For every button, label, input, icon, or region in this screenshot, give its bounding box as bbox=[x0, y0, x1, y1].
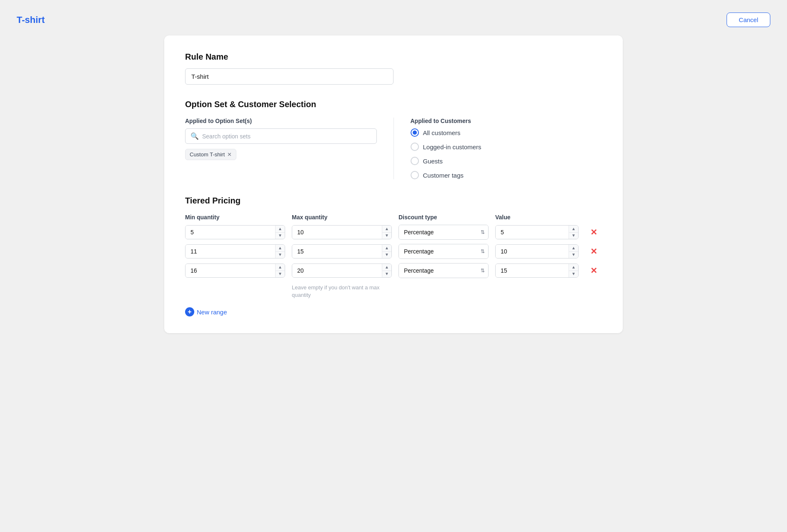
radio-all-customers[interactable]: All customers bbox=[411, 128, 602, 137]
cancel-button[interactable]: Cancel bbox=[727, 13, 770, 27]
pricing-header: Min quantity Max quantity Discount type … bbox=[185, 214, 602, 221]
col-max-qty: Max quantity bbox=[292, 214, 392, 221]
applied-to-customers-label: Applied to Customers bbox=[411, 118, 602, 124]
min-qty-input-1[interactable] bbox=[185, 226, 275, 239]
option-set-left: Applied to Option Set(s) 🔍 Custom T-shir… bbox=[185, 118, 377, 179]
table-row: ▲ ▼ ▲ ▼ Percentage Fixed amount bbox=[185, 263, 602, 278]
tag-remove-button[interactable]: ✕ bbox=[227, 152, 232, 157]
option-set-section: Option Set & Customer Selection Applied … bbox=[185, 100, 602, 179]
delete-row-3[interactable]: ✕ bbox=[585, 266, 602, 276]
radio-circle-logged-in bbox=[411, 143, 419, 151]
value-spinner-1: ▲ ▼ bbox=[569, 226, 578, 239]
search-option-sets-box: 🔍 bbox=[185, 128, 377, 144]
max-qty-up-1[interactable]: ▲ bbox=[382, 226, 391, 233]
max-qty-input-wrap-3: ▲ ▼ bbox=[292, 263, 392, 278]
table-row: ▲ ▼ ▲ ▼ Percentage Fixed amount bbox=[185, 225, 602, 240]
max-qty-hint: Leave empty if you don't want a max quan… bbox=[292, 284, 392, 299]
rule-name-section: Rule Name bbox=[185, 52, 602, 85]
radio-label-customer-tags: Customer tags bbox=[423, 172, 464, 179]
min-qty-down-1[interactable]: ▼ bbox=[276, 233, 285, 239]
value-spinner-2: ▲ ▼ bbox=[569, 245, 578, 258]
value-down-2[interactable]: ▼ bbox=[569, 252, 578, 258]
min-qty-spinner-2: ▲ ▼ bbox=[275, 245, 285, 258]
min-qty-down-3[interactable]: ▼ bbox=[276, 271, 285, 278]
tiered-pricing-section: Tiered Pricing Min quantity Max quantity… bbox=[185, 196, 602, 316]
plus-icon: + bbox=[185, 307, 194, 316]
discount-type-select-1[interactable]: Percentage Fixed amount bbox=[399, 225, 488, 239]
max-qty-up-2[interactable]: ▲ bbox=[382, 245, 391, 252]
value-down-1[interactable]: ▼ bbox=[569, 233, 578, 239]
col-min-qty: Min quantity bbox=[185, 214, 285, 221]
rule-name-title: Rule Name bbox=[185, 52, 602, 62]
max-qty-down-1[interactable]: ▼ bbox=[382, 233, 391, 239]
tiered-pricing-title: Tiered Pricing bbox=[185, 196, 602, 206]
min-qty-input-2[interactable] bbox=[185, 245, 275, 258]
value-down-3[interactable]: ▼ bbox=[569, 271, 578, 278]
min-qty-down-2[interactable]: ▼ bbox=[276, 252, 285, 258]
radio-customer-tags[interactable]: Customer tags bbox=[411, 171, 602, 179]
max-qty-spinner-3: ▲ ▼ bbox=[382, 264, 391, 277]
page-title: T-shirt bbox=[17, 15, 45, 25]
table-row: ▲ ▼ ▲ ▼ Percentage Fixed amount bbox=[185, 244, 602, 259]
option-set-right: Applied to Customers All customers Logge… bbox=[394, 118, 602, 179]
radio-logged-in-customers[interactable]: Logged-in customers bbox=[411, 143, 602, 151]
discount-type-select-wrap-2: Percentage Fixed amount ⇅ bbox=[399, 244, 489, 259]
max-qty-input-wrap-2: ▲ ▼ bbox=[292, 244, 392, 258]
value-input-wrap-3: ▲ ▼ bbox=[495, 263, 579, 278]
new-range-label: New range bbox=[197, 309, 227, 316]
search-option-sets-input[interactable] bbox=[202, 133, 371, 140]
radio-label-guests: Guests bbox=[423, 158, 443, 165]
option-set-title: Option Set & Customer Selection bbox=[185, 100, 602, 109]
rule-name-input[interactable] bbox=[185, 68, 394, 85]
radio-circle-customer-tags bbox=[411, 171, 419, 179]
value-input-3[interactable] bbox=[496, 264, 569, 277]
max-qty-spinner-1: ▲ ▼ bbox=[382, 226, 391, 239]
tag-label: Custom T-shirt bbox=[190, 151, 225, 158]
max-qty-input-3[interactable] bbox=[292, 264, 382, 277]
new-range-button[interactable]: + New range bbox=[185, 307, 227, 316]
radio-label-logged-in: Logged-in customers bbox=[423, 143, 481, 151]
value-input-1[interactable] bbox=[496, 226, 569, 239]
discount-type-select-3[interactable]: Percentage Fixed amount bbox=[399, 263, 488, 278]
col-value: Value bbox=[495, 214, 579, 221]
tag-custom-tshirt: Custom T-shirt ✕ bbox=[185, 149, 236, 160]
min-qty-input-wrap-2: ▲ ▼ bbox=[185, 244, 285, 258]
hint-row: Leave empty if you don't want a max quan… bbox=[185, 282, 602, 299]
discount-type-select-2[interactable]: Percentage Fixed amount bbox=[399, 244, 488, 258]
radio-guests[interactable]: Guests bbox=[411, 157, 602, 165]
max-qty-down-3[interactable]: ▼ bbox=[382, 271, 391, 278]
max-qty-input-2[interactable] bbox=[292, 245, 382, 258]
radio-label-all-customers: All customers bbox=[423, 129, 461, 136]
discount-type-select-wrap-1: Percentage Fixed amount ⇅ bbox=[399, 225, 489, 240]
value-input-2[interactable] bbox=[496, 245, 569, 258]
radio-circle-guests bbox=[411, 157, 419, 165]
min-qty-up-2[interactable]: ▲ bbox=[276, 245, 285, 252]
main-card: Rule Name Option Set & Customer Selectio… bbox=[164, 35, 623, 333]
discount-type-select-wrap-3: Percentage Fixed amount ⇅ bbox=[399, 263, 489, 278]
max-qty-spinner-2: ▲ ▼ bbox=[382, 245, 391, 258]
delete-row-2[interactable]: ✕ bbox=[585, 246, 602, 256]
value-up-3[interactable]: ▲ bbox=[569, 264, 578, 271]
min-qty-up-3[interactable]: ▲ bbox=[276, 264, 285, 271]
max-qty-up-3[interactable]: ▲ bbox=[382, 264, 391, 271]
min-qty-up-1[interactable]: ▲ bbox=[276, 226, 285, 233]
radio-circle-all-customers bbox=[411, 128, 419, 137]
col-discount-type: Discount type bbox=[399, 214, 489, 221]
delete-row-1[interactable]: ✕ bbox=[585, 227, 602, 237]
min-qty-input-3[interactable] bbox=[185, 264, 275, 277]
min-qty-spinner-3: ▲ ▼ bbox=[275, 264, 285, 277]
value-up-2[interactable]: ▲ bbox=[569, 245, 578, 252]
min-qty-input-wrap-1: ▲ ▼ bbox=[185, 225, 285, 239]
applied-to-option-sets-label: Applied to Option Set(s) bbox=[185, 118, 377, 124]
max-qty-down-2[interactable]: ▼ bbox=[382, 252, 391, 258]
search-icon: 🔍 bbox=[190, 132, 199, 140]
value-input-wrap-1: ▲ ▼ bbox=[495, 225, 579, 239]
min-qty-spinner-1: ▲ ▼ bbox=[275, 226, 285, 239]
pricing-grid: Min quantity Max quantity Discount type … bbox=[185, 214, 602, 299]
value-up-1[interactable]: ▲ bbox=[569, 226, 578, 233]
value-spinner-3: ▲ ▼ bbox=[569, 264, 578, 277]
radio-dot-all-customers bbox=[413, 130, 417, 135]
max-qty-input-1[interactable] bbox=[292, 226, 382, 239]
min-qty-input-wrap-3: ▲ ▼ bbox=[185, 263, 285, 278]
max-qty-input-wrap-1: ▲ ▼ bbox=[292, 225, 392, 239]
